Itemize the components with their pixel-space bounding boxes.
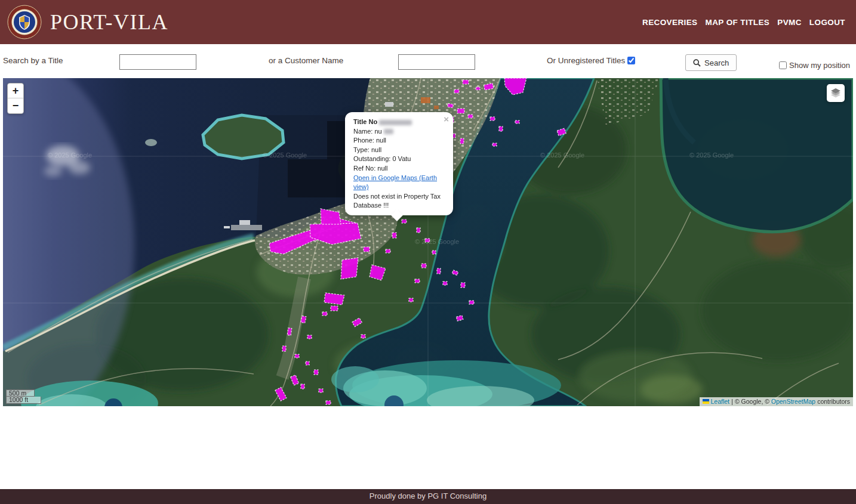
popup-ref-line: Ref No: null xyxy=(353,164,446,174)
nav-recoveries[interactable]: RECOVERIES xyxy=(642,18,698,27)
customer-search-input[interactable] xyxy=(398,54,475,70)
footer-credit: Proudly done by PG IT Consulting xyxy=(370,491,486,500)
page: PORT-VILA RECOVERIES MAP OF TITLES PVMC … xyxy=(0,0,856,504)
popup-title-line: Title No xyxy=(353,118,446,127)
nav-logout[interactable]: LOGOUT xyxy=(809,18,845,27)
osm-link[interactable]: OpenStreetMap xyxy=(771,398,815,405)
show-position-checkbox[interactable] xyxy=(779,61,787,69)
zoom-control: + − xyxy=(7,83,24,114)
zoom-out-button[interactable]: − xyxy=(8,98,23,113)
popup-outstanding-line: Outstanding: 0 Vatu xyxy=(353,154,446,164)
redacted-name xyxy=(384,129,393,134)
customer-name-label: or a Customer Name xyxy=(269,56,343,65)
title-search-input[interactable] xyxy=(119,54,196,70)
unregistered-titles-checkbox[interactable] xyxy=(627,57,635,64)
brand-title: PORT-VILA xyxy=(50,10,168,35)
google-watermark: © 2025 Google xyxy=(48,151,92,159)
show-position-option: Show my position xyxy=(779,61,850,70)
popup-close-icon[interactable]: × xyxy=(444,115,449,123)
google-watermark: © 2025 Google xyxy=(263,151,307,159)
leaflet-map[interactable]: © 2025 Google © 2025 Google © 2025 Googl… xyxy=(3,78,853,406)
app-header: PORT-VILA RECOVERIES MAP OF TITLES PVMC … xyxy=(0,0,856,44)
popup-name-line: Name: nu xyxy=(353,127,446,137)
popup-phone-line: Phone: null xyxy=(353,136,446,146)
zoom-in-button[interactable]: + xyxy=(8,84,23,98)
google-watermark: © 2025 Google xyxy=(540,151,584,159)
google-watermark: © 2025 Google xyxy=(689,151,734,159)
layers-control[interactable] xyxy=(827,84,845,102)
google-maps-link[interactable]: Open in Google Maps (Earth view) xyxy=(353,174,437,191)
search-button[interactable]: Search xyxy=(685,54,737,71)
show-position-label: Show my position xyxy=(789,61,850,70)
leaflet-link[interactable]: Leaflet xyxy=(711,398,730,405)
search-bar: Search by a Title or a Customer Name Or … xyxy=(0,44,856,78)
unregistered-titles-option: Or Unregistered Titles xyxy=(547,56,635,65)
search-button-label: Search xyxy=(704,58,729,67)
nav-map-of-titles[interactable]: MAP OF TITLES xyxy=(706,18,770,27)
ukraine-flag-icon xyxy=(703,399,709,404)
layers-icon xyxy=(830,88,842,98)
google-watermark: © 2025 Google xyxy=(415,238,459,245)
app-footer: Proudly done by PG IT Consulting xyxy=(0,489,856,504)
nav-pvmc[interactable]: PVMC xyxy=(777,18,802,27)
title-info-popup: × Title No Name: nu Phone: null Type: nu… xyxy=(345,112,453,215)
popup-type-line: Type: null xyxy=(353,146,446,155)
redacted-title-number xyxy=(379,120,412,125)
scale-control: 500 m 1000 ft xyxy=(6,389,41,404)
scale-imperial: 1000 ft xyxy=(6,397,41,404)
search-title-label: Search by a Title xyxy=(3,56,63,65)
city-seal-logo xyxy=(7,5,42,39)
map-attribution: Leaflet | © Google, © OpenStreetMap cont… xyxy=(700,397,853,406)
search-icon xyxy=(693,59,701,67)
popup-warning-line: Does not exist in Property Tax Database … xyxy=(353,192,446,211)
unregistered-titles-label: Or Unregistered Titles xyxy=(547,56,625,65)
main-nav: RECOVERIES MAP OF TITLES PVMC LOGOUT xyxy=(642,18,849,27)
